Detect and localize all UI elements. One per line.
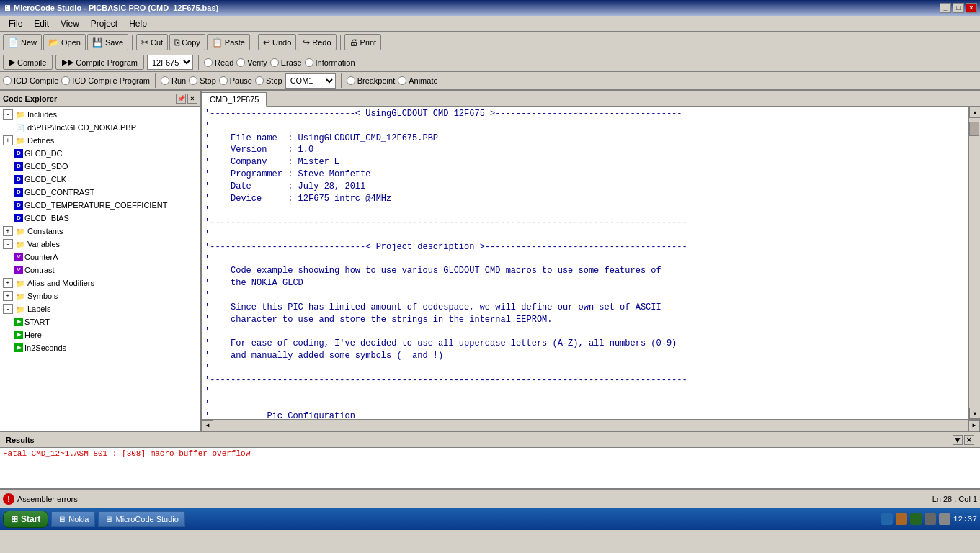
toolbar-separator-2 xyxy=(254,35,254,50)
new-button[interactable]: New xyxy=(3,34,42,50)
results-close-button[interactable]: × xyxy=(964,435,974,445)
tree-item-constants[interactable]: + 📁 Constants xyxy=(0,225,200,238)
results-controls: ▼ × xyxy=(953,435,974,445)
tree-item-symbols[interactable]: + 📁 Symbols xyxy=(0,289,200,302)
expand-constants[interactable]: + xyxy=(3,226,13,236)
scroll-thumb-v[interactable] xyxy=(969,122,979,136)
tree-item-start[interactable]: ▶ START xyxy=(0,315,200,328)
save-icon xyxy=(92,37,103,48)
tree-label-glcd-temp: GLCD_TEMPERATURE_COEFFICIENT xyxy=(24,201,167,210)
erase-radio[interactable] xyxy=(270,58,279,67)
tree-item-glcd-dc[interactable]: D GLCD_DC xyxy=(0,147,200,160)
menu-edit[interactable]: Edit xyxy=(28,17,55,30)
explorer-pin-button[interactable]: 📌 xyxy=(176,94,186,104)
vertical-scrollbar[interactable]: ▲ ▼ xyxy=(968,107,980,419)
tree-item-glcd-bias[interactable]: D GLCD_BIAS xyxy=(0,212,200,225)
print-button[interactable]: Print xyxy=(344,34,382,50)
statusbar-right: Ln 28 : Col 1 xyxy=(932,495,977,503)
new-icon xyxy=(8,37,19,48)
open-button[interactable]: Open xyxy=(43,34,86,50)
com-select[interactable]: COM1 COM2 COM3 xyxy=(285,73,336,89)
icd-compile-label: ICD Compile xyxy=(14,76,58,85)
scroll-down-button[interactable]: ▼ xyxy=(969,408,980,419)
expand-alias[interactable]: + xyxy=(3,278,13,288)
compile-button[interactable]: ▶ Compile xyxy=(3,55,53,70)
tree-item-glcd-sdo[interactable]: D GLCD_SDO xyxy=(0,160,200,173)
tree-item-alias[interactable]: + 📁 Alias and Modifiers xyxy=(0,276,200,289)
horizontal-scrollbar[interactable]: ◀ ▶ xyxy=(202,419,980,431)
tree-label-glcd-bias: GLCD_BIAS xyxy=(24,214,69,222)
tree-item-glcd-nokia[interactable]: 📄 d:\PBP\Inc\GLCD_NOKIA.PBP xyxy=(0,121,200,134)
animate-group: Animate xyxy=(398,76,437,85)
information-radio[interactable] xyxy=(305,58,313,67)
define-icon-clk: D xyxy=(14,175,23,184)
scroll-track-v[interactable] xyxy=(969,118,980,408)
start-button[interactable]: ⊞ Start xyxy=(3,511,48,528)
icd-compile-radio[interactable] xyxy=(3,76,12,85)
chip-select[interactable]: 12F675 16F84 16F877 xyxy=(147,55,193,70)
menu-file[interactable]: File xyxy=(3,17,28,30)
tree-item-defines[interactable]: + 📁 Defines xyxy=(0,134,200,147)
titlebar-controls[interactable]: _ □ × xyxy=(940,3,977,13)
stop-radio[interactable] xyxy=(189,76,197,85)
close-button[interactable]: × xyxy=(966,3,977,13)
tree-item-labels[interactable]: - 📁 Labels xyxy=(0,302,200,315)
maximize-button[interactable]: □ xyxy=(953,3,964,13)
expand-variables[interactable]: - xyxy=(3,239,13,249)
tree-item-contrast[interactable]: V Contrast xyxy=(0,264,200,276)
expand-defines[interactable]: + xyxy=(3,135,13,145)
taskbar-item-microcode[interactable]: 🖥 MicroCode Studio xyxy=(98,511,184,527)
editor-content[interactable]: '----------------------------< UsingGLCD… xyxy=(202,107,968,419)
tree-item-variables[interactable]: - 📁 Variables xyxy=(0,238,200,251)
minimize-button[interactable]: _ xyxy=(940,3,951,13)
tree-item-in2seconds[interactable]: ▶ In2Seconds xyxy=(0,341,200,354)
read-radio[interactable] xyxy=(204,58,213,67)
paste-button[interactable]: Paste xyxy=(207,34,250,50)
tree-item-here[interactable]: ▶ Here xyxy=(0,328,200,341)
tree-label-glcd-sdo: GLCD_SDO xyxy=(24,162,68,171)
undo-button[interactable]: Undo xyxy=(258,34,296,50)
tree-label-labels: Labels xyxy=(27,305,50,313)
tree-label-counter-a: CounterA xyxy=(24,253,58,261)
scroll-left-button[interactable]: ◀ xyxy=(202,420,213,431)
folder-icon-defines: 📁 xyxy=(14,135,26,146)
expand-labels[interactable]: - xyxy=(3,304,13,314)
menubar: File Edit View Project Help xyxy=(0,16,980,32)
menu-view[interactable]: View xyxy=(55,17,85,30)
taskbar-item-nokia[interactable]: 🖥 Nokia xyxy=(51,511,95,527)
animate-radio[interactable] xyxy=(398,76,406,85)
tab-cmd-12f675[interactable]: CMD_12F675 xyxy=(202,92,267,107)
explorer-close-button[interactable]: × xyxy=(187,94,197,104)
tree-item-counter-a[interactable]: V CounterA xyxy=(0,251,200,264)
windows-icon: ⊞ xyxy=(11,514,18,524)
explorer-title: Code Explorer xyxy=(3,94,57,103)
run-radio[interactable] xyxy=(161,76,169,85)
menu-project[interactable]: Project xyxy=(85,17,123,30)
tree-item-includes[interactable]: - 📁 Includes xyxy=(0,108,200,121)
icd-sep-2 xyxy=(341,73,342,88)
icd-compile-program-radio[interactable] xyxy=(61,76,70,85)
expand-symbols[interactable]: + xyxy=(3,291,13,301)
results-dropdown-button[interactable]: ▼ xyxy=(953,435,963,445)
pause-radio[interactable] xyxy=(219,76,228,85)
step-radio[interactable] xyxy=(255,76,264,85)
statusbar: ! Assembler errors Ln 28 : Col 1 xyxy=(0,488,980,508)
scroll-up-button[interactable]: ▲ xyxy=(969,107,980,118)
cut-button[interactable]: Cut xyxy=(136,34,168,50)
systray-icon-3 xyxy=(910,513,922,525)
tree-item-glcd-contrast[interactable]: D GLCD_CONTRAST xyxy=(0,186,200,199)
tree-item-glcd-clk[interactable]: D GLCD_CLK xyxy=(0,173,200,186)
tree-label-symbols: Symbols xyxy=(27,292,58,300)
tree-item-glcd-temp[interactable]: D GLCD_TEMPERATURE_COEFFICIENT xyxy=(0,199,200,212)
verify-radio[interactable] xyxy=(236,58,245,67)
redo-button[interactable]: Redo xyxy=(298,34,336,50)
scroll-right-button[interactable]: ▶ xyxy=(968,420,980,431)
breakpoint-radio[interactable] xyxy=(347,76,355,85)
expand-includes[interactable]: - xyxy=(3,109,13,120)
save-button[interactable]: Save xyxy=(87,34,128,50)
compile-program-button[interactable]: ▶▶ Compile Program xyxy=(55,55,144,70)
statusbar-left: ! Assembler errors xyxy=(3,493,78,505)
copy-button[interactable]: Copy xyxy=(169,34,205,50)
nokia-icon: 🖥 xyxy=(58,515,66,523)
menu-help[interactable]: Help xyxy=(123,17,153,30)
